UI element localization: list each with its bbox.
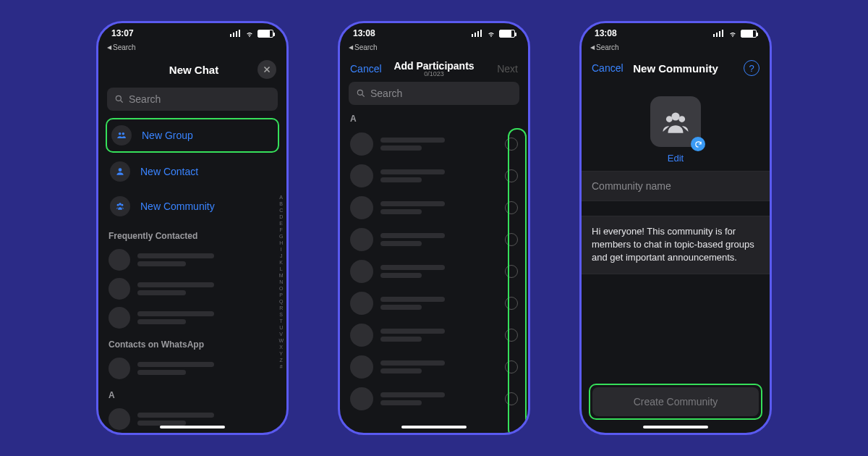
search-input[interactable]: Search (349, 82, 519, 105)
select-circle[interactable] (505, 265, 518, 278)
alpha-index[interactable]: ABCDEFGHIJKLMNOPQRSTUVWXYZ# (278, 117, 284, 435)
contact-item[interactable] (98, 303, 286, 332)
status-time: 13:08 (595, 28, 617, 38)
status-icons (472, 30, 515, 38)
contact-item[interactable] (98, 405, 286, 434)
avatar (350, 355, 373, 379)
select-circle[interactable] (505, 233, 518, 246)
nav-bar: Cancel New Community ? (582, 54, 770, 82)
avatar (109, 278, 130, 300)
svg-point-10 (671, 112, 679, 120)
search-input[interactable]: Search (107, 88, 278, 111)
avatar (350, 196, 373, 219)
new-group-option[interactable]: New Group (107, 119, 278, 151)
edit-link[interactable]: Edit (668, 153, 684, 164)
participant-item[interactable] (340, 319, 528, 351)
signal-icon (472, 30, 483, 37)
select-circle[interactable] (505, 392, 518, 405)
participant-item[interactable] (340, 192, 528, 224)
battery-icon (741, 30, 757, 38)
new-contact-option[interactable]: New Contact (98, 154, 286, 189)
participant-item[interactable] (340, 287, 528, 319)
battery-icon (499, 30, 515, 38)
back-to-search[interactable]: ◀ Search (340, 43, 528, 54)
avatar (350, 260, 373, 283)
participant-item[interactable] (340, 128, 528, 160)
svg-point-7 (357, 90, 362, 95)
participant-item[interactable] (340, 351, 528, 383)
community-icon (110, 196, 130, 216)
section-a: A (98, 383, 286, 405)
people-icon (660, 106, 691, 137)
cancel-button[interactable]: Cancel (350, 63, 386, 75)
close-icon (263, 65, 271, 74)
home-indicator[interactable] (401, 426, 467, 428)
svg-point-5 (121, 204, 123, 206)
participant-item[interactable] (340, 256, 528, 287)
section-a: A (340, 111, 528, 128)
wifi-icon (244, 30, 255, 37)
new-community-option[interactable]: New Community (98, 189, 286, 224)
status-time: 13:08 (353, 28, 375, 38)
avatar (350, 387, 373, 410)
svg-point-4 (117, 204, 119, 206)
avatar (350, 228, 373, 251)
avatar (350, 292, 373, 315)
back-to-search[interactable]: ◀ Search (98, 43, 286, 54)
avatar (350, 164, 373, 187)
svg-point-2 (122, 132, 125, 135)
select-circle[interactable] (505, 360, 518, 373)
contact-item[interactable] (98, 245, 286, 274)
select-circle[interactable] (505, 297, 518, 310)
cancel-button[interactable]: Cancel (592, 62, 628, 74)
nav-bar: Cancel Add Participants 0/1023 Next (340, 54, 528, 79)
status-bar: 13:08 (582, 23, 770, 43)
participant-item[interactable] (340, 383, 528, 415)
participants-scroll[interactable] (340, 128, 528, 435)
signal-icon (230, 30, 242, 37)
section-contacts-on-whatsapp: Contacts on WhatsApp (98, 332, 286, 354)
help-button[interactable]: ? (744, 60, 760, 76)
select-circle[interactable] (505, 329, 518, 342)
back-to-search[interactable]: ◀ Search (582, 43, 770, 54)
back-triangle-icon: ◀ (349, 44, 353, 51)
home-indicator[interactable] (160, 426, 225, 428)
select-circle[interactable] (505, 201, 518, 214)
status-icons (713, 30, 757, 38)
participant-item[interactable] (340, 160, 528, 192)
contacts-scroll[interactable]: New Group New Contact New Community Freq… (98, 117, 286, 435)
avatar (109, 358, 130, 379)
screen-new-community: 13:08 ◀ Search Cancel New Community ? Ed… (579, 21, 772, 435)
status-bar: 13:07 (98, 23, 286, 43)
select-circle[interactable] (505, 169, 518, 182)
wifi-icon (728, 30, 738, 37)
battery-icon (258, 30, 273, 38)
contact-item[interactable] (98, 354, 286, 383)
avatar (350, 324, 373, 347)
back-triangle-icon: ◀ (107, 44, 111, 51)
svg-point-9 (678, 116, 685, 122)
community-description-input[interactable]: Hi everyone! This community is for membe… (582, 216, 770, 274)
refresh-badge[interactable] (691, 137, 705, 151)
home-indicator[interactable] (643, 426, 708, 428)
screen-add-participants: 13:08 ◀ Search Cancel Add Participants 0… (338, 21, 530, 435)
status-bar: 13:08 (340, 23, 528, 43)
avatar (109, 408, 130, 430)
status-time: 13:07 (111, 28, 134, 38)
signal-icon (713, 30, 725, 37)
select-circle[interactable] (505, 138, 518, 151)
person-icon (110, 161, 130, 182)
search-icon (356, 88, 366, 98)
create-community-button[interactable]: Create Community (592, 387, 759, 416)
contact-item[interactable] (98, 274, 286, 303)
next-button[interactable]: Next (482, 63, 518, 75)
community-avatar[interactable] (650, 96, 701, 147)
nav-title: New Chat (130, 64, 258, 76)
avatar (109, 249, 130, 271)
avatar (109, 307, 130, 329)
close-button[interactable] (258, 60, 276, 79)
participant-item[interactable] (340, 224, 528, 256)
community-name-input[interactable]: Community name (582, 171, 770, 201)
back-triangle-icon: ◀ (590, 44, 595, 51)
search-icon (114, 94, 124, 104)
